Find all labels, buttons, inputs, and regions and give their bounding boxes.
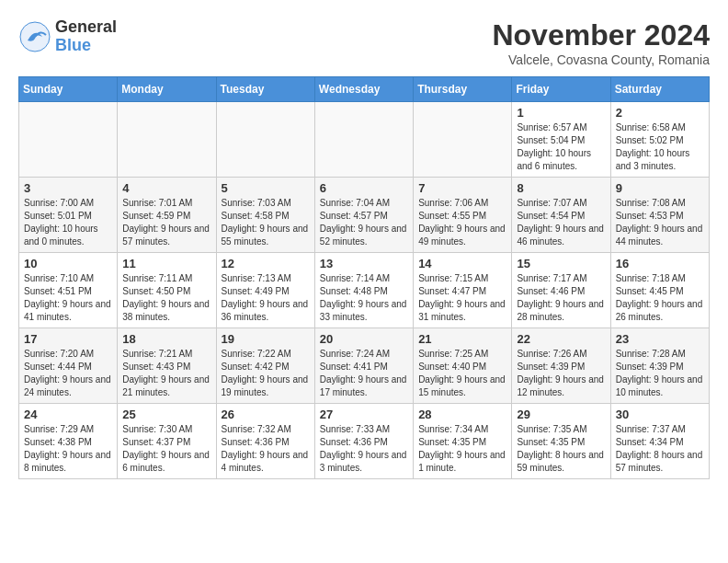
table-row: 8Sunrise: 7:07 AMSunset: 4:54 PMDaylight… [512, 178, 610, 253]
table-row: 7Sunrise: 7:06 AMSunset: 4:55 PMDaylight… [414, 178, 512, 253]
table-row: 20Sunrise: 7:24 AMSunset: 4:41 PMDayligh… [314, 328, 413, 404]
table-row: 6Sunrise: 7:04 AMSunset: 4:57 PMDaylight… [314, 178, 413, 253]
location-subtitle: Valcele, Covasna County, Romania [492, 52, 710, 67]
header-wednesday: Wednesday [314, 77, 413, 102]
table-row: 30Sunrise: 7:37 AMSunset: 4:34 PMDayligh… [610, 404, 709, 479]
table-row: 3Sunrise: 7:00 AMSunset: 5:01 PMDaylight… [19, 178, 118, 253]
table-row: 26Sunrise: 7:32 AMSunset: 4:36 PMDayligh… [216, 404, 314, 479]
table-row [314, 102, 413, 178]
table-row [216, 102, 314, 178]
logo-general-text: General [55, 18, 117, 37]
page-header: General Blue November 2024 Valcele, Cova… [18, 18, 710, 67]
table-row: 23Sunrise: 7:28 AMSunset: 4:39 PMDayligh… [610, 328, 709, 404]
table-row [19, 102, 118, 178]
table-row: 9Sunrise: 7:08 AMSunset: 4:53 PMDaylight… [610, 178, 709, 253]
table-row: 17Sunrise: 7:20 AMSunset: 4:44 PMDayligh… [19, 328, 118, 404]
table-row: 24Sunrise: 7:29 AMSunset: 4:38 PMDayligh… [19, 404, 118, 479]
table-row: 29Sunrise: 7:35 AMSunset: 4:35 PMDayligh… [512, 404, 610, 479]
calendar-body: 1Sunrise: 6:57 AMSunset: 5:04 PMDaylight… [19, 102, 710, 479]
logo-icon [18, 20, 51, 53]
table-row: 15Sunrise: 7:17 AMSunset: 4:46 PMDayligh… [512, 253, 610, 328]
table-row: 1Sunrise: 6:57 AMSunset: 5:04 PMDaylight… [512, 102, 610, 178]
table-row: 28Sunrise: 7:34 AMSunset: 4:35 PMDayligh… [414, 404, 512, 479]
table-row: 22Sunrise: 7:26 AMSunset: 4:39 PMDayligh… [512, 328, 610, 404]
logo-blue-text: Blue [55, 37, 117, 55]
header-thursday: Thursday [414, 77, 512, 102]
table-row: 16Sunrise: 7:18 AMSunset: 4:45 PMDayligh… [610, 253, 709, 328]
header-sunday: Sunday [19, 77, 118, 102]
calendar-table: Sunday Monday Tuesday Wednesday Thursday… [18, 76, 710, 479]
table-row: 19Sunrise: 7:22 AMSunset: 4:42 PMDayligh… [216, 328, 314, 404]
table-row [118, 102, 216, 178]
table-row: 27Sunrise: 7:33 AMSunset: 4:36 PMDayligh… [314, 404, 413, 479]
table-row: 13Sunrise: 7:14 AMSunset: 4:48 PMDayligh… [314, 253, 413, 328]
header-friday: Friday [512, 77, 610, 102]
table-row: 5Sunrise: 7:03 AMSunset: 4:58 PMDaylight… [216, 178, 314, 253]
table-row: 25Sunrise: 7:30 AMSunset: 4:37 PMDayligh… [118, 404, 216, 479]
table-row: 2Sunrise: 6:58 AMSunset: 5:02 PMDaylight… [610, 102, 709, 178]
calendar-header: Sunday Monday Tuesday Wednesday Thursday… [19, 77, 710, 102]
table-row: 14Sunrise: 7:15 AMSunset: 4:47 PMDayligh… [414, 253, 512, 328]
title-block: November 2024 Valcele, Covasna County, R… [492, 18, 710, 67]
table-row [414, 102, 512, 178]
table-row: 21Sunrise: 7:25 AMSunset: 4:40 PMDayligh… [414, 328, 512, 404]
logo-text: General Blue [55, 18, 117, 55]
header-monday: Monday [118, 77, 216, 102]
month-title: November 2024 [492, 18, 710, 52]
header-saturday: Saturday [610, 77, 709, 102]
table-row: 11Sunrise: 7:11 AMSunset: 4:50 PMDayligh… [118, 253, 216, 328]
table-row: 12Sunrise: 7:13 AMSunset: 4:49 PMDayligh… [216, 253, 314, 328]
table-row: 10Sunrise: 7:10 AMSunset: 4:51 PMDayligh… [19, 253, 118, 328]
table-row: 4Sunrise: 7:01 AMSunset: 4:59 PMDaylight… [118, 178, 216, 253]
table-row: 18Sunrise: 7:21 AMSunset: 4:43 PMDayligh… [118, 328, 216, 404]
header-tuesday: Tuesday [216, 77, 314, 102]
logo: General Blue [18, 18, 117, 55]
